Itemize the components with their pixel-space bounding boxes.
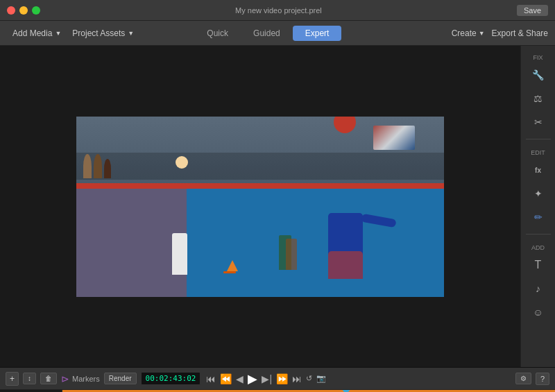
chevron-down-icon: ▼ (55, 30, 61, 37)
add-text-button[interactable]: T (526, 255, 551, 275)
preview-area (0, 46, 520, 367)
fix-label: FIX (533, 54, 543, 61)
camera-button[interactable]: 📷 (315, 373, 327, 384)
panel-divider-2 (526, 234, 551, 235)
project-assets-label: Project Assets (72, 28, 125, 38)
transport-controls: ⏮ ⏪ ◀ ▶ ▶| ⏩ ⏭ ↺ 📷 (205, 370, 327, 388)
video-frame (76, 117, 444, 297)
main-content: FIX 🔧 ⚖ ✂ EDIT fx ✦ ✏ ADD T ♪ ☺ (0, 46, 555, 367)
help-button[interactable]: ? (536, 373, 549, 385)
marker-icon: ⊳ (61, 373, 69, 384)
render-button[interactable]: Render (104, 373, 137, 384)
rewind-button[interactable]: ⏪ (219, 372, 233, 386)
add-label: ADD (531, 244, 545, 251)
mode-tabs: Quick Guided Expert (194, 26, 341, 41)
settings-button[interactable]: ⚙ (515, 373, 531, 384)
panel-divider-1 (526, 139, 551, 139)
fix-sliders-button[interactable]: ⚖ (526, 89, 551, 108)
maximize-button[interactable] (32, 6, 40, 15)
edit-fx-button[interactable]: fx (526, 160, 551, 180)
toolbar-right: Create ▼ Export & Share (452, 28, 548, 38)
traffic-lights (7, 6, 40, 15)
fix-wrench-button[interactable]: 🔧 (526, 65, 551, 85)
save-button[interactable]: Save (517, 5, 548, 16)
minimize-button[interactable] (19, 6, 28, 15)
chevron-down-icon: ▼ (479, 30, 485, 37)
timeline-area: + ↕ 🗑 ⊳ Markers Render 00:02:43:02 ⏮ ⏪ ◀… (0, 367, 555, 392)
tab-expert[interactable]: Expert (293, 26, 342, 41)
timeline-select-button[interactable]: ↕ (23, 373, 36, 384)
skip-start-button[interactable]: ⏮ (205, 372, 217, 386)
markers-label: ⊳ Markers (61, 373, 100, 384)
edit-color-button[interactable]: ✦ (526, 184, 551, 203)
add-media-button[interactable]: Add Media ▼ (7, 26, 67, 41)
fast-forward-button[interactable]: ⏩ (275, 372, 289, 386)
timeline-add-track-button[interactable]: + (6, 372, 19, 386)
edit-draw-button[interactable]: ✏ (526, 207, 551, 227)
timeline-delete-button[interactable]: 🗑 (40, 373, 57, 384)
tab-guided[interactable]: Guided (241, 26, 293, 41)
fix-scissor-button[interactable]: ✂ (526, 112, 551, 132)
right-panel: FIX 🔧 ⚖ ✂ EDIT fx ✦ ✏ ADD T ♪ ☺ (520, 46, 555, 367)
next-frame-button[interactable]: ▶| (260, 372, 273, 386)
timecode-display: 00:02:43:02 (141, 372, 201, 385)
timeline-toolbar: + ↕ 🗑 ⊳ Markers Render 00:02:43:02 ⏮ ⏪ ◀… (0, 368, 555, 390)
main-toolbar: Add Media ▼ Project Assets ▼ Quick Guide… (0, 21, 555, 46)
loop-button[interactable]: ↺ (305, 373, 314, 384)
add-music-button[interactable]: ♪ (526, 279, 551, 298)
play-button[interactable]: ▶ (246, 370, 259, 388)
add-emoji-button[interactable]: ☺ (526, 302, 551, 322)
export-share-button[interactable]: Export & Share (492, 28, 548, 38)
add-media-label: Add Media (12, 28, 52, 38)
project-title: My new video project.prel (235, 6, 322, 15)
project-assets-button[interactable]: Project Assets ▼ (67, 26, 139, 41)
close-button[interactable] (7, 6, 15, 15)
create-button[interactable]: Create ▼ (452, 28, 485, 38)
chevron-down-icon: ▼ (128, 30, 134, 37)
video-preview[interactable] (76, 117, 444, 297)
titlebar: My new video project.prel Save (0, 0, 555, 21)
prev-frame-button[interactable]: ◀ (234, 372, 245, 386)
tab-quick[interactable]: Quick (194, 26, 241, 41)
edit-label: EDIT (531, 149, 545, 156)
skip-end-button[interactable]: ⏭ (291, 372, 303, 386)
